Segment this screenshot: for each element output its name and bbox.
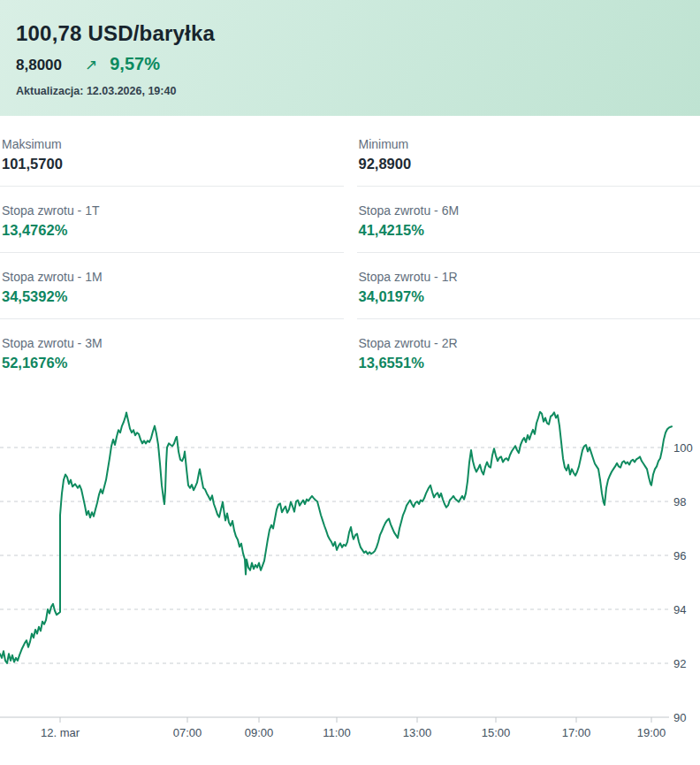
x-axis-tick-label: 19:00 [637, 726, 666, 739]
stat-value: 92,8900 [359, 156, 700, 172]
stat-cell: Stopa zwrotu - 1R34,0197% [357, 253, 700, 319]
stat-cell: Stopa zwrotu - 1T13,4762% [0, 187, 344, 253]
price-chart[interactable]: 100989694929012. mar07:0009:0011:0013:00… [0, 386, 700, 765]
quote-title: 100,78 USD/baryłka [16, 21, 684, 46]
price-line[interactable] [0, 412, 672, 663]
stat-cell: Maksimum101,5700 [0, 120, 344, 187]
stat-label: Maksimum [2, 136, 344, 152]
change-absolute: 8,8000 [16, 57, 62, 74]
quote-header: 100,78 USD/baryłka 8,8000 ↗ 9,57% Aktual… [0, 0, 700, 116]
x-axis-tick-label: 07:00 [173, 726, 202, 739]
stat-cell: Stopa zwrotu - 6M41,4215% [357, 187, 700, 253]
stat-cell: Stopa zwrotu - 3M52,1676% [0, 319, 344, 386]
stat-label: Stopa zwrotu - 3M [2, 335, 344, 351]
stat-cell: Stopa zwrotu - 1M34,5392% [0, 253, 344, 319]
trend-up-arrow-icon: ↗ [85, 56, 97, 74]
change-percent: 9,57% [110, 54, 160, 74]
stat-value: 13,4762% [2, 222, 344, 239]
stat-label: Stopa zwrotu - 1T [2, 203, 344, 218]
y-axis-tick-label: 100 [673, 441, 693, 455]
x-axis-tick-label: 17:00 [562, 726, 591, 739]
stat-label: Stopa zwrotu - 6M [359, 203, 700, 218]
stat-label: Stopa zwrotu - 2R [359, 335, 700, 351]
stat-label: Minimum [359, 136, 700, 152]
x-axis-tick-label: 11:00 [323, 726, 351, 739]
y-axis-tick-label: 92 [673, 657, 686, 670]
change-row: 8,8000 ↗ 9,57% [16, 54, 684, 74]
x-axis-tick-label: 15:00 [482, 726, 511, 739]
stat-label: Stopa zwrotu - 1M [2, 269, 344, 285]
y-axis-tick-label: 94 [673, 603, 686, 616]
stat-value: 52,1676% [2, 355, 344, 371]
y-axis-tick-label: 96 [673, 549, 686, 562]
last-update-text: Aktualizacja: 12.03.2026, 19:40 [16, 85, 684, 97]
y-axis-tick-label: 90 [673, 711, 686, 724]
price-chart-container: 100989694929012. mar07:0009:0011:0013:00… [0, 386, 700, 765]
y-axis-tick-label: 98 [673, 495, 686, 509]
stat-value: 101,5700 [2, 156, 344, 172]
stat-label: Stopa zwrotu - 1R [359, 269, 700, 285]
stats-grid: Maksimum101,5700Minimum92,8900Stopa zwro… [0, 116, 700, 386]
stat-value: 34,0197% [359, 288, 700, 305]
x-axis-tick-label: 09:00 [245, 726, 274, 739]
stat-cell: Stopa zwrotu - 2R13,6551% [357, 319, 700, 386]
stat-value: 41,4215% [359, 222, 700, 239]
x-axis-tick-label: 13:00 [403, 726, 432, 739]
stat-cell: Minimum92,8900 [357, 120, 700, 187]
x-axis-tick-label: 12. mar [41, 726, 80, 739]
stat-value: 13,6551% [359, 355, 700, 371]
stat-value: 34,5392% [2, 288, 344, 305]
